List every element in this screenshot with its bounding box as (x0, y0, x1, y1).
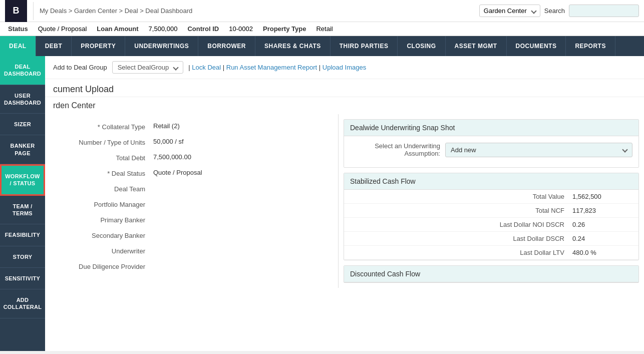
form-row-primary-banker: Primary Banker (53, 215, 330, 224)
tab-documents[interactable]: DOCUMENTS (507, 36, 566, 56)
units-label: Number / Type of Units (53, 138, 153, 146)
content-area: Add to Deal Group Select DealGroup | Loc… (45, 56, 644, 351)
search-input[interactable] (569, 5, 639, 17)
status-bar: Status Quote / Proposal Loan Amount 7,50… (0, 22, 644, 36)
sidebar-item-add-collateral[interactable]: ADDCOLLATERAL (0, 289, 45, 318)
nav-tabs: DEAL DEBT PROPERTY UNDERWRITINGS BORROWE… (0, 36, 644, 56)
last-dollar-dscr-value: 0.24 (572, 235, 632, 242)
units-value: 50,000 / sf (153, 138, 184, 145)
portfolio-manager-label: Portfolio Manager (53, 200, 153, 208)
due-diligence-label: Due Diligence Provider (53, 262, 153, 270)
search-label: Search (544, 7, 565, 15)
garden-center-dropdown[interactable]: Garden Center (479, 5, 540, 17)
form-row-secondary-banker: Secondary Banker (53, 231, 330, 239)
sidebar-item-team-terms[interactable]: TEAM /TERMS (0, 196, 45, 225)
control-label: Control ID (187, 25, 219, 33)
total-value-value: 1,562,500 (572, 193, 632, 200)
action-links: | Lock Deal | Run Asset Management Repor… (188, 64, 366, 71)
deal-team-label: Deal Team (53, 184, 153, 193)
chevron-down-icon (622, 147, 627, 152)
tab-debt[interactable]: DEBT (36, 36, 72, 56)
tab-third-parties[interactable]: THIRD PARTIES (331, 36, 398, 56)
separator2: | (223, 64, 226, 71)
sidebar-item-banker-page[interactable]: BANKERPAGE (0, 135, 45, 164)
stabilized-cf-header: Stabilized Cash Flow (344, 173, 638, 190)
total-ncf-value: 117,823 (572, 207, 632, 214)
total-value-row: Total Value 1,562,500 (344, 190, 638, 204)
upload-images-link[interactable]: Upload Images (323, 64, 366, 71)
chevron-down-icon (173, 65, 179, 70)
last-dollar-ltv-value: 480.0 % (572, 249, 632, 256)
stabilized-cash-flow-section: Stabilized Cash Flow Total Value 1,562,5… (344, 173, 639, 260)
add-new-label: Add new (451, 146, 476, 154)
sidebar-item-user-dashboard[interactable]: USERDASHBOARD (0, 85, 45, 114)
last-dollar-noi-value: 0.26 (572, 221, 632, 228)
lock-deal-link[interactable]: Lock Deal (192, 64, 221, 71)
select-deal-group-dropdown[interactable]: Select DealGroup (112, 61, 184, 74)
garden-center-title: rden Center (45, 97, 644, 114)
tab-asset-mgmt[interactable]: ASSET MGMT (446, 36, 507, 56)
main-layout: DEALDASHBOARD USERDASHBOARD SIZER BANKER… (0, 56, 644, 351)
assumption-row: Select an UnderwritingAssumption: Add ne… (350, 142, 632, 157)
sidebar-item-workflow-status[interactable]: WORKFLOW/ STATUS (0, 164, 45, 196)
tab-closing[interactable]: CLOSING (398, 36, 445, 56)
total-debt-label: Total Debt (53, 153, 153, 162)
form-row-deal-team: Deal Team (53, 184, 330, 193)
total-value-label: Total Value (350, 193, 572, 200)
sidebar-item-story[interactable]: STORY (0, 246, 45, 268)
loan-value: 7,500,000 (149, 25, 178, 33)
last-dollar-noi-row: Last Dollar NOI DSCR 0.26 (344, 218, 638, 232)
tab-reports[interactable]: REPORTS (566, 36, 615, 56)
search-area: Garden Center Search (479, 5, 639, 17)
last-dollar-noi-label: Last Dollar NOI DSCR (350, 221, 572, 228)
snapshot-body: Select an UnderwritingAssumption: Add ne… (344, 136, 638, 167)
secondary-banker-label: Secondary Banker (53, 231, 153, 239)
discounted-cf-section: Discounted Cash Flow (344, 265, 639, 283)
sidebar-item-deal-dashboard[interactable]: DEALDASHBOARD (0, 56, 45, 85)
form-row-underwriter: Underwriter (53, 246, 330, 255)
separator3: | (319, 64, 323, 71)
chevron-down-icon (531, 8, 536, 14)
breadcrumb: My Deals > Garden Center > Deal > Deal D… (40, 7, 479, 15)
form-row-collateral: * Collateral Type Retail (2) (53, 122, 330, 131)
stabilized-cf-body: Total Value 1,562,500 Total NCF 117,823 … (344, 190, 638, 260)
two-col-layout: * Collateral Type Retail (2) Number / Ty… (45, 114, 644, 288)
property-label: Property Type (263, 25, 306, 33)
property-value: Retail (316, 25, 333, 33)
sidebar-item-sensitivity[interactable]: SENSITIVITY (0, 268, 45, 289)
sidebar-item-sizer[interactable]: SIZER (0, 114, 45, 135)
snapshot-header: Dealwide Underwriting Snap Shot (344, 120, 638, 136)
status-value: Quote / Proposal (38, 25, 87, 33)
primary-banker-label: Primary Banker (53, 215, 153, 224)
total-debt-value: 7,500,000.00 (153, 153, 191, 161)
deal-status-label: * Deal Status (53, 169, 153, 177)
last-dollar-dscr-label: Last Dollar DSCR (350, 235, 572, 242)
snapshot-section: Dealwide Underwriting Snap Shot Select a… (344, 119, 639, 168)
tab-underwritings[interactable]: UNDERWRITINGS (125, 36, 198, 56)
assumption-label: Select an UnderwritingAssumption: (350, 142, 440, 157)
last-dollar-ltv-row: Last Dollar LTV 480.0 % (344, 246, 638, 260)
tab-borrower[interactable]: BORROWER (198, 36, 255, 56)
sidebar-item-feasibility[interactable]: FEASIBILITY (0, 224, 45, 246)
underwriter-label: Underwriter (53, 246, 153, 255)
total-ncf-row: Total NCF 117,823 (344, 204, 638, 218)
run-asset-mgmt-link[interactable]: Run Asset Management Report (226, 64, 317, 71)
form-row-units: Number / Type of Units 50,000 / sf (53, 138, 330, 146)
last-dollar-dscr-row: Last Dollar DSCR 0.24 (344, 232, 638, 246)
deal-status-value: Quote / Proposal (153, 169, 202, 176)
form-row-portfolio-mgr: Portfolio Manager (53, 200, 330, 208)
logo: B (5, 0, 27, 22)
loan-label: Loan Amount (97, 25, 138, 33)
tab-shares-chats[interactable]: SHARES & CHATS (255, 36, 331, 56)
tab-property[interactable]: PROPERTY (72, 36, 125, 56)
form-row-total-debt: Total Debt 7,500,000.00 (53, 153, 330, 162)
add-deal-group-label: Add to Deal Group (53, 64, 107, 71)
add-new-dropdown[interactable]: Add new (445, 143, 632, 157)
collateral-type-label: * Collateral Type (53, 122, 153, 131)
tab-deal[interactable]: DEAL (0, 36, 36, 56)
status-label: Status (8, 25, 28, 33)
collateral-type-value: Retail (2) (153, 122, 180, 130)
discounted-cf-header: Discounted Cash Flow (344, 266, 638, 282)
control-value: 10-0002 (229, 25, 253, 33)
total-ncf-label: Total NCF (350, 207, 572, 214)
